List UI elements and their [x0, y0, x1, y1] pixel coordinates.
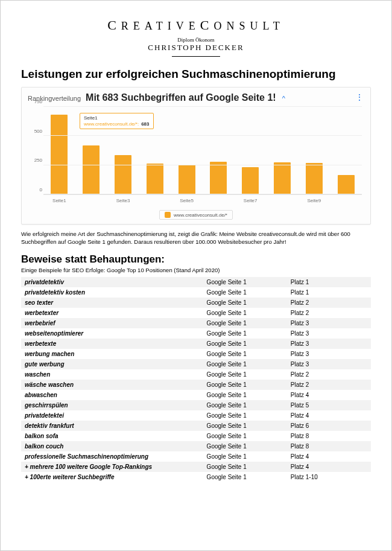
chart-bar [147, 164, 163, 194]
keyword-cell: + 100erte weiterer Suchbegriffe [21, 472, 203, 482]
chart-bar [274, 162, 291, 194]
x-tick-label: Seite1 [51, 198, 68, 203]
keyword-cell: privatdetektiv [21, 277, 203, 287]
keyword-cell: privatdetektiv kosten [21, 287, 203, 298]
rank-cell: Platz 4 [287, 462, 371, 472]
tooltip-line2: www.creativeconsult.de/*:683 [84, 121, 150, 127]
chart-gridline [43, 165, 362, 165]
tooltip-series: www.creativeconsult.de/*: [84, 121, 139, 127]
table-row: werbetexteGoogle Seite 1Platz 3 [21, 339, 371, 349]
page-cell: Google Seite 1 [203, 390, 287, 400]
chart-y-axis: 0250500750 [28, 106, 43, 195]
rank-cell: Platz 1-10 [287, 472, 371, 482]
page-cell: Google Seite 1 [203, 441, 287, 451]
rank-cell: Platz 8 [287, 431, 371, 441]
page-title: Leistungen zur erfolgreichen Suchmaschin… [21, 68, 371, 81]
rank-cell: Platz 4 [287, 451, 371, 462]
tooltip-value: 683 [141, 121, 149, 127]
brand-word-1: REATIVE [121, 20, 200, 32]
chart-gridline [43, 106, 362, 107]
keyword-cell: werbetexter [21, 308, 203, 318]
page-cell: Google Seite 1 [203, 400, 287, 410]
chart-plot-area: 0250500750 Seite1 www.creativeconsult.de… [28, 106, 364, 208]
table-row: werbetexterGoogle Seite 1Platz 2 [21, 308, 371, 318]
rank-cell: Platz 4 [287, 410, 371, 421]
page-cell: Google Seite 1 [203, 421, 287, 431]
table-row: werbebriefGoogle Seite 1Platz 3 [21, 318, 371, 328]
x-tick-label: Seite9 [306, 198, 323, 203]
chart-caption: Wie erfolgreich meine Art der Suchmaschi… [21, 231, 371, 246]
table-row: wäsche waschenGoogle Seite 1Platz 2 [21, 380, 371, 390]
table-row: privatdetekteiGoogle Seite 1Platz 4 [21, 410, 371, 421]
keyword-cell: privatdetektei [21, 410, 203, 421]
keyword-cell: werbetexte [21, 339, 203, 349]
x-tick-label: Seite7 [242, 198, 259, 203]
keyword-cell: balkon sofa [21, 431, 203, 441]
page-cell: Google Seite 1 [203, 308, 287, 318]
y-tick-label: 250 [34, 158, 42, 163]
x-tick-label: Seite3 [115, 198, 131, 203]
chart-legend: www.creativeconsult.de/* [28, 209, 364, 220]
legend-label: www.creativeconsult.de/* [174, 212, 227, 218]
keyword-cell: professionelle Suchmaschinenoptimierung [21, 451, 203, 462]
page-cell: Google Seite 1 [203, 318, 287, 328]
chart-bar [83, 145, 100, 194]
y-tick-label: 750 [34, 99, 42, 104]
page-cell: Google Seite 1 [203, 431, 287, 441]
page-cell: Google Seite 1 [203, 339, 287, 349]
chart-bar [51, 115, 68, 194]
page-cell: Google Seite 1 [203, 410, 287, 421]
brand-cap-1: C [107, 18, 121, 33]
section-sub-caption: Einige Beispiele für SEO Erfolge: Google… [21, 267, 371, 273]
rank-cell: Platz 3 [287, 349, 371, 359]
table-row: werbung machenGoogle Seite 1Platz 3 [21, 349, 371, 359]
rank-cell: Platz 1 [287, 277, 371, 287]
keyword-cell: gute werbung [21, 359, 203, 369]
brand-word-2: ONSULT [214, 20, 285, 32]
table-row: balkon sofaGoogle Seite 1Platz 8 [21, 431, 371, 441]
page-cell: Google Seite 1 [203, 462, 287, 472]
tooltip-line1: Seite1 [84, 115, 150, 121]
chart-tooltip: Seite1 www.creativeconsult.de/*:683 [80, 113, 154, 129]
brand-cap-2: C [200, 18, 214, 33]
rank-cell: Platz 3 [287, 328, 371, 339]
x-tick-label [83, 198, 100, 203]
rank-cell: Platz 2 [287, 380, 371, 390]
page-cell: Google Seite 1 [203, 472, 287, 482]
table-row: professionelle SuchmaschinenoptimierungG… [21, 451, 371, 462]
rank-cell: Platz 2 [287, 298, 371, 308]
chart-caret-icon[interactable]: ^ [282, 95, 285, 102]
x-tick-label [210, 198, 227, 203]
rank-cell: Platz 6 [287, 421, 371, 431]
legend-item: www.creativeconsult.de/* [159, 210, 233, 220]
chart-menu-icon[interactable]: ⋮ [355, 92, 364, 102]
section-subhead: Beweise statt Behauptungen: [21, 253, 371, 266]
x-tick-label [274, 198, 291, 203]
table-row: geschirrspülenGoogle Seite 1Platz 5 [21, 400, 371, 410]
table-row: seo texterGoogle Seite 1Platz 2 [21, 298, 371, 308]
chart-bar [242, 167, 259, 194]
table-row: waschenGoogle Seite 1Platz 2 [21, 369, 371, 380]
y-tick-label: 500 [34, 128, 42, 133]
page-cell: Google Seite 1 [203, 298, 287, 308]
legend-swatch-icon [165, 212, 171, 218]
table-row: + mehrere 100 weitere Google Top-Ranking… [21, 462, 371, 472]
rank-cell: Platz 2 [287, 369, 371, 380]
keyword-cell: werbebrief [21, 318, 203, 328]
x-tick-label [338, 198, 355, 203]
table-row: privatdetektivGoogle Seite 1Platz 1 [21, 277, 371, 287]
keyword-cell: waschen [21, 369, 203, 380]
table-row: balkon couchGoogle Seite 1Platz 8 [21, 441, 371, 451]
keyword-cell: abwaschen [21, 390, 203, 400]
page-cell: Google Seite 1 [203, 277, 287, 287]
divider [172, 56, 220, 57]
chart-plot: Seite1 www.creativeconsult.de/*:683 [43, 107, 362, 195]
chart-bar [115, 155, 131, 194]
chart-card: ⋮ Rankingverteilung Mit 683 Suchbegriffe… [21, 87, 371, 225]
rankings-table: privatdetektivGoogle Seite 1Platz 1priva… [21, 277, 371, 482]
rank-cell: Platz 4 [287, 390, 371, 400]
page-cell: Google Seite 1 [203, 451, 287, 462]
rank-cell: Platz 3 [287, 359, 371, 369]
keyword-cell: werbung machen [21, 349, 203, 359]
page-cell: Google Seite 1 [203, 287, 287, 298]
